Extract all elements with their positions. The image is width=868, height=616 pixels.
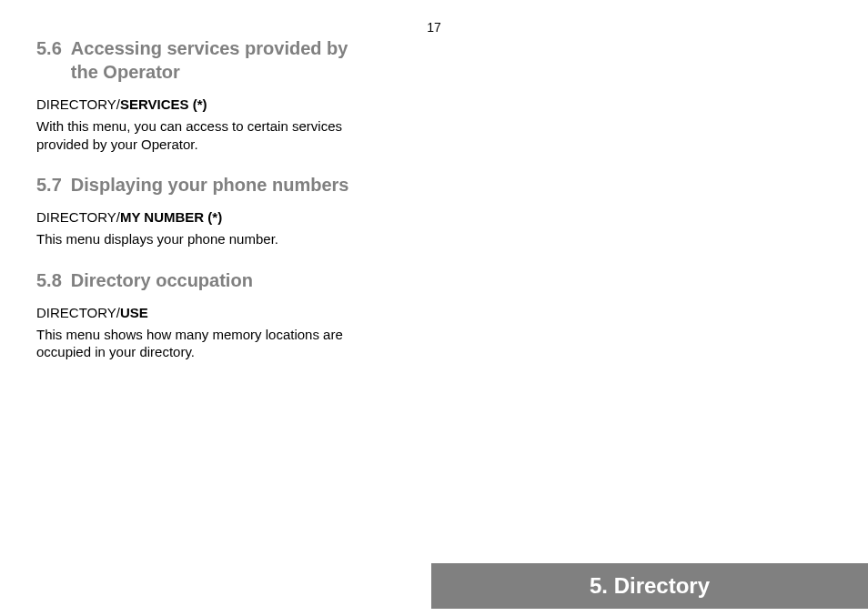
footer-tab: 5. Directory (431, 563, 868, 609)
section-body-5-7: This menu displays your phone number. (36, 230, 350, 248)
footer-tab-label: 5. Directory (590, 573, 710, 599)
section-number: 5.8 (36, 268, 62, 292)
menu-path-5-7: DIRECTORY/MY NUMBER (*) (36, 209, 350, 225)
path-bold: USE (120, 305, 148, 320)
page-number: 17 (427, 20, 441, 35)
path-prefix: DIRECTORY/ (36, 209, 120, 225)
section-body-5-8: This menu shows how many memory location… (36, 326, 350, 361)
path-bold: SERVICES (*) (120, 96, 207, 112)
content-column: 5.6 Accessing services provided by the O… (0, 0, 387, 361)
path-prefix: DIRECTORY/ (36, 96, 120, 112)
menu-path-5-8: DIRECTORY/USE (36, 305, 350, 320)
section-number: 5.7 (36, 173, 62, 197)
path-bold: MY NUMBER (*) (120, 209, 222, 225)
menu-path-5-6: DIRECTORY/SERVICES (*) (36, 96, 350, 112)
section-body-5-6: With this menu, you can access to certai… (36, 117, 350, 153)
section-heading-5-7: 5.7 Displaying your phone numbers (36, 173, 350, 197)
section-title: Directory occupation (71, 268, 253, 292)
path-prefix: DIRECTORY/ (36, 305, 120, 320)
section-heading-5-6: 5.6 Accessing services provided by the O… (36, 36, 350, 84)
section-title: Accessing services provided by the Opera… (71, 36, 350, 84)
section-heading-5-8: 5.8 Directory occupation (36, 268, 350, 292)
section-title: Displaying your phone numbers (71, 173, 349, 197)
section-number: 5.6 (36, 36, 62, 84)
